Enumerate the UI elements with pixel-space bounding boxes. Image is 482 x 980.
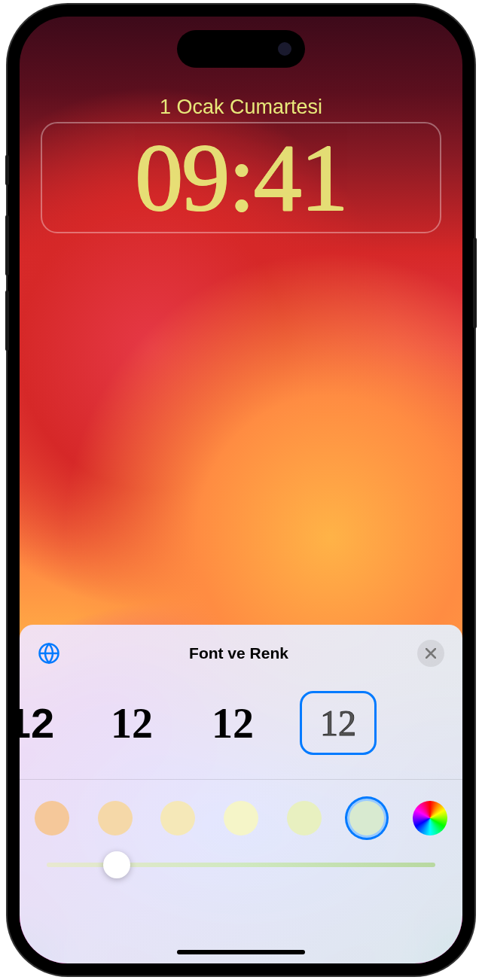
sheet-title: Font ve Renk <box>189 644 288 662</box>
color-swatch-4[interactable] <box>224 801 258 835</box>
volume-down <box>5 291 9 351</box>
lock-date[interactable]: 1 Ocak Cumartesi <box>20 96 462 119</box>
close-button[interactable] <box>417 640 444 667</box>
dynamic-island <box>177 30 305 68</box>
font-option-bold[interactable]: 12 <box>199 699 267 747</box>
home-indicator[interactable] <box>177 950 305 954</box>
color-swatch-6-selected[interactable] <box>349 801 384 835</box>
slider-thumb[interactable] <box>103 851 130 878</box>
color-swatch-1[interactable] <box>35 801 69 835</box>
color-picker-row <box>20 801 462 863</box>
power-button <box>473 238 477 328</box>
font-option-outline-selected[interactable]: 12 <box>300 691 377 755</box>
divider <box>20 779 462 780</box>
font-picker-row: 12 12 12 12 <box>20 685 462 779</box>
sheet-header: Font ve Renk <box>20 640 462 685</box>
volume-up <box>5 215 9 275</box>
clock-time: 09:41 <box>57 129 425 226</box>
font-option-stencil[interactable]: 12 <box>20 698 65 747</box>
color-swatch-3[interactable] <box>160 801 195 835</box>
font-option-serif[interactable]: 12 <box>98 699 166 747</box>
color-swatch-2[interactable] <box>98 801 133 835</box>
globe-icon[interactable] <box>38 642 60 665</box>
phone-frame: 1 Ocak Cumartesi 09:41 Font ve Renk <box>8 5 474 975</box>
silent-switch <box>5 155 9 185</box>
slider-track <box>47 863 435 867</box>
font-color-sheet: Font ve Renk 12 12 12 12 <box>20 625 462 963</box>
clock-widget[interactable]: 09:41 <box>41 122 441 233</box>
phone-screen: 1 Ocak Cumartesi 09:41 Font ve Renk <box>20 17 462 963</box>
color-wheel-picker[interactable] <box>413 801 447 835</box>
vibrance-slider[interactable] <box>20 863 462 867</box>
color-swatch-5[interactable] <box>287 801 322 835</box>
